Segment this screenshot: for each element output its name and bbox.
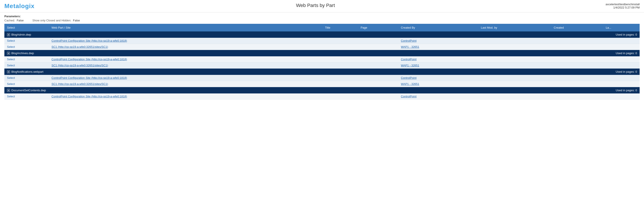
table-container: Select Web Part / Site Title Page Create… (0, 24, 644, 100)
created-by-link[interactable]: ControlPoint (401, 95, 416, 98)
used-in-pages: Used in pages: 0 (478, 87, 640, 94)
title-cell (322, 81, 358, 87)
params-section: Parameters: Cached: False Show only Clos… (0, 12, 644, 24)
used-in-pages: Used in pages: 0 (478, 69, 640, 75)
last-cell (603, 62, 640, 69)
title-cell (322, 62, 358, 69)
title-cell (322, 56, 358, 62)
last-cell (603, 81, 640, 87)
select-link[interactable]: Select (7, 76, 15, 79)
table-row: SelectSC1 (http://cp-sp19-a-wfe0:32651/s… (4, 81, 640, 87)
page-cell (358, 56, 398, 62)
created-by-link[interactable]: WAP1 - 32651 (401, 45, 419, 48)
col-webpart-site: Web Part / Site (49, 24, 322, 31)
col-title: Title (322, 24, 358, 31)
user-info: axcelertest\testbenchinstall 1/4/2022 5:… (583, 2, 640, 9)
select-cell: Select (4, 75, 49, 81)
select-link[interactable]: Select (7, 64, 15, 67)
expand-icon[interactable]: + (7, 33, 10, 36)
created-by-link[interactable]: ControlPoint (401, 39, 416, 42)
site-link[interactable]: ControlPoint Configuration Site (http://… (52, 76, 127, 79)
last-mod-cell (478, 56, 551, 62)
datetime: 1/4/2022 5:27:09 PM (583, 6, 640, 9)
site-cell: SC1 (http://cp-sp19-a-wfe0:32651/sites/S… (49, 81, 322, 87)
created-by-cell: ControlPoint (398, 93, 478, 100)
created-by-cell: WAP1 - 32651 (398, 62, 478, 69)
created-cell (551, 75, 603, 81)
created-cell (551, 81, 603, 87)
select-cell: Select (4, 62, 49, 69)
select-cell: Select (4, 38, 49, 44)
col-select: Select (4, 24, 49, 31)
last-mod-cell (478, 93, 551, 100)
cached-value: False (16, 19, 24, 22)
last-cell (603, 93, 640, 100)
last-mod-cell (478, 38, 551, 44)
last-mod-cell (478, 81, 551, 87)
group-row: +BlogArchives.dwpUsed in pages: 0 (4, 50, 640, 56)
select-cell: Select (4, 93, 49, 100)
last-cell (603, 44, 640, 50)
table-row: SelectSC1 (http://cp-sp19-a-wfe0:32651/s… (4, 62, 640, 69)
site-link[interactable]: SC1 (http://cp-sp19-a-wfe0:32651/sites/S… (52, 45, 108, 48)
page-cell (358, 93, 398, 100)
col-page: Page (358, 24, 398, 31)
site-link[interactable]: ControlPoint Configuration Site (http://… (52, 58, 127, 61)
select-link[interactable]: Select (7, 82, 15, 86)
username: axcelertest\testbenchinstall (583, 2, 640, 6)
created-by-link[interactable]: ControlPoint (401, 76, 416, 79)
table-row: SelectControlPoint Configuration Site (h… (4, 75, 640, 81)
show-closed-label: Show only Closed and Hidden: (32, 19, 71, 22)
select-link[interactable]: Select (7, 39, 15, 42)
params-row: Cached: False Show only Closed and Hidde… (4, 19, 640, 22)
col-created-by: Created By (398, 24, 478, 31)
select-cell: Select (4, 44, 49, 50)
site-link[interactable]: SC1 (http://cp-sp19-a-wfe0:32651/sites/S… (52, 64, 108, 67)
page-cell (358, 44, 398, 50)
expand-icon[interactable]: + (7, 52, 10, 55)
page-cell (358, 75, 398, 81)
title-section: Web Parts by Part (48, 2, 583, 8)
logo: Metalogix (4, 2, 48, 9)
site-link[interactable]: ControlPoint Configuration Site (http://… (52, 39, 127, 42)
site-cell: ControlPoint Configuration Site (http://… (49, 75, 322, 81)
created-cell (551, 62, 603, 69)
last-mod-cell (478, 62, 551, 69)
created-by-link[interactable]: WAP1 - 32651 (401, 82, 419, 86)
site-cell: ControlPoint Configuration Site (http://… (49, 93, 322, 100)
page-cell (358, 62, 398, 69)
site-link[interactable]: ControlPoint Configuration Site (http://… (52, 95, 127, 98)
col-created: Created (551, 24, 603, 31)
table-row: SelectSC1 (http://cp-sp19-a-wfe0:32651/s… (4, 44, 640, 50)
main-table: Select Web Part / Site Title Page Create… (4, 24, 640, 100)
created-by-link[interactable]: WAP1 - 32651 (401, 64, 419, 67)
col-last-mod-by: Last Mod. by (478, 24, 551, 31)
params-title: Parameters: (4, 15, 640, 18)
table-row: SelectControlPoint Configuration Site (h… (4, 56, 640, 62)
group-name-label: DocumentSetContents.dwp (11, 89, 46, 92)
page-cell (358, 81, 398, 87)
group-row: +BlogAdmin.dwpUsed in pages: 0 (4, 31, 640, 38)
created-by-cell: ControlPoint (398, 75, 478, 81)
group-row: +DocumentSetContents.dwpUsed in pages: 0 (4, 87, 640, 94)
title-cell (322, 38, 358, 44)
select-link[interactable]: Select (7, 95, 15, 98)
title-cell (322, 75, 358, 81)
select-link[interactable]: Select (7, 45, 15, 48)
expand-icon[interactable]: + (7, 70, 10, 73)
page-cell (358, 38, 398, 44)
created-cell (551, 44, 603, 50)
table-body: +BlogAdmin.dwpUsed in pages: 0SelectCont… (4, 31, 640, 100)
cached-label: Cached: (4, 19, 15, 22)
created-by-link[interactable]: ControlPoint (401, 58, 416, 61)
table-row: SelectControlPoint Configuration Site (h… (4, 93, 640, 100)
last-mod-cell (478, 75, 551, 81)
site-link[interactable]: SC1 (http://cp-sp19-a-wfe0:32651/sites/S… (52, 82, 108, 86)
expand-icon[interactable]: + (7, 89, 10, 92)
show-closed-value: False (73, 19, 80, 22)
select-link[interactable]: Select (7, 58, 15, 61)
group-row: +BlogNotifications.webpartUsed in pages:… (4, 69, 640, 75)
used-in-pages: Used in pages: 0 (478, 50, 640, 56)
site-cell: ControlPoint Configuration Site (http://… (49, 56, 322, 62)
group-name-label: BlogArchives.dwp (11, 51, 34, 55)
